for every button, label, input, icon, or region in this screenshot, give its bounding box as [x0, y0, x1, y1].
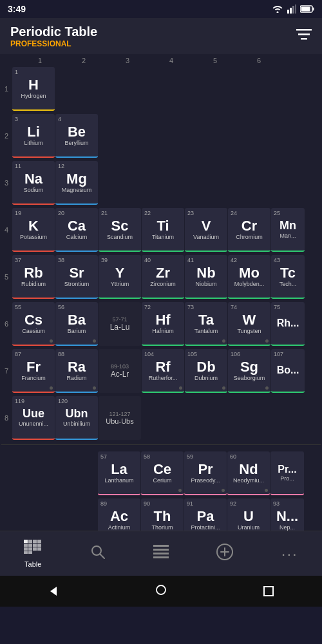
- svg-rect-24: [28, 551, 32, 554]
- element-Hf[interactable]: 72 Hf Hafnium: [142, 302, 184, 346]
- svg-rect-9: [298, 33, 310, 35]
- row-num-7: 7: [1, 367, 12, 375]
- element-Fr[interactable]: 87 Fr Francium: [12, 349, 55, 393]
- element-Cr[interactable]: 24 Cr Chromium: [228, 208, 270, 252]
- row-num-6: 6: [1, 320, 12, 328]
- element-Ca[interactable]: 20 Ca Calcium: [55, 208, 98, 252]
- svg-rect-28: [153, 549, 169, 551]
- svg-point-0: [277, 12, 279, 14]
- superactinide-range[interactable]: 121-127 Ubu-Ubs: [99, 396, 141, 440]
- svg-rect-27: [153, 545, 169, 547]
- row-num-8: 8: [1, 414, 12, 422]
- signal-icon: [287, 5, 296, 14]
- filter-button[interactable]: [296, 28, 312, 44]
- svg-rect-1: [287, 10, 289, 14]
- row-num-5: 5: [1, 273, 12, 281]
- period-row-7: 7 87 Fr Francium 88 Ra Radium 89-103 Ac-…: [1, 348, 321, 394]
- element-Li[interactable]: 3 Li Lithium: [12, 114, 55, 158]
- element-Np[interactable]: 93 N... Nep...: [270, 498, 304, 531]
- element-Ta[interactable]: 73 Ta Tantalum: [185, 302, 227, 346]
- svg-rect-10: [301, 38, 307, 40]
- element-La[interactable]: 57 La Lanthanum: [98, 451, 140, 495]
- element-K[interactable]: 19 K Potassium: [12, 208, 55, 252]
- period-row-8: 8 119 Uue Ununenni... 120 Ubn Unbinilium…: [1, 395, 321, 441]
- element-Sg[interactable]: 106 Sg Seaborgium: [228, 349, 270, 393]
- svg-rect-21: [33, 547, 37, 551]
- pt-grid: 1 1 H Hydrogen 2 3 Li Lithium 4 Be Beryl…: [0, 66, 322, 531]
- element-Pr[interactable]: 59 Pr Praseody...: [184, 451, 227, 495]
- element-Ce[interactable]: 58 Ce Cerium: [141, 451, 184, 495]
- element-Ubn[interactable]: 120 Ubn Unbinilium: [55, 396, 98, 440]
- home-button[interactable]: [148, 582, 174, 601]
- svg-rect-13: [33, 540, 37, 543]
- element-Ac[interactable]: 89 Ac Actinium: [98, 498, 140, 531]
- element-Rb[interactable]: 37 Rb Rubidium: [12, 255, 55, 299]
- period-row-1: 1 1 H Hydrogen: [1, 66, 321, 112]
- element-Mo[interactable]: 42 Mo Molybden...: [228, 255, 270, 299]
- search-svg: [90, 544, 106, 560]
- element-U[interactable]: 92 U Uranium: [227, 498, 270, 531]
- element-Rh[interactable]: 75 Rh...: [271, 302, 305, 346]
- status-icons: [272, 5, 314, 14]
- lanthanide-row: 57 La Lanthanum 58 Ce Cerium 59 Pr Prase…: [1, 450, 321, 497]
- add-icon: [216, 544, 233, 564]
- nav-table[interactable]: Table: [14, 535, 52, 573]
- nav-more[interactable]: ···: [271, 540, 308, 568]
- nav-table-label: Table: [24, 560, 41, 568]
- svg-point-35: [156, 585, 166, 594]
- element-Db[interactable]: 105 Db Dubnium: [185, 349, 227, 393]
- recents-button[interactable]: [256, 582, 281, 601]
- svg-rect-29: [153, 553, 169, 554]
- element-Ba[interactable]: 56 Ba Barium: [55, 302, 98, 346]
- search-icon: [90, 544, 106, 564]
- header-title-group: Periodic Table PROFESSIONAL: [10, 24, 97, 48]
- element-Mg[interactable]: 12 Mg Magnesium: [55, 161, 98, 205]
- element-Pa[interactable]: 91 Pa Protactini...: [184, 498, 227, 531]
- svg-rect-22: [37, 547, 41, 551]
- element-Zr[interactable]: 40 Zr Zirconium: [142, 255, 184, 299]
- lanthanide-separator: [1, 444, 321, 447]
- col-header-4: 4: [149, 57, 193, 64]
- element-Tc[interactable]: 43 Tc Tech...: [271, 255, 305, 299]
- element-V[interactable]: 23 V Vanadium: [185, 208, 227, 252]
- element-Ti[interactable]: 22 Ti Titanium: [142, 208, 184, 252]
- svg-rect-14: [37, 540, 41, 543]
- period-row-3: 3 11 Na Sodium 12 Mg Magnesium: [1, 160, 321, 206]
- element-Na[interactable]: 11 Na Sodium: [12, 161, 55, 205]
- svg-rect-12: [28, 540, 32, 543]
- element-Bh[interactable]: 107 Bo...: [271, 349, 305, 393]
- status-time: 3:49: [8, 4, 26, 14]
- element-Be[interactable]: 4 Be Beryllium: [55, 114, 98, 158]
- col-header-3: 3: [106, 57, 149, 64]
- element-Pm[interactable]: Pr... Pro...: [270, 451, 304, 495]
- svg-rect-15: [24, 544, 28, 547]
- element-H[interactable]: 1 H Hydrogen: [12, 67, 55, 111]
- element-Y[interactable]: 39 Y Yttrium: [99, 255, 141, 299]
- element-Nb[interactable]: 41 Nb Niobium: [185, 255, 227, 299]
- nav-search[interactable]: [80, 539, 116, 569]
- recents-icon: [263, 585, 274, 597]
- lanthanide-range[interactable]: 57-71 La-Lu: [99, 302, 141, 346]
- element-Mn[interactable]: 25 Mn Man...: [271, 208, 305, 252]
- element-Uue[interactable]: 119 Uue Ununenni...: [12, 396, 55, 440]
- element-Sc[interactable]: 21 Sc Scandium: [99, 208, 141, 252]
- back-button[interactable]: [41, 582, 66, 601]
- back-icon: [48, 585, 59, 597]
- element-Rf[interactable]: 104 Rf Rutherfor...: [142, 349, 184, 393]
- svg-rect-17: [33, 544, 37, 547]
- status-bar: 3:49: [0, 0, 322, 18]
- element-Nd[interactable]: 60 Nd Neodymiu...: [227, 451, 270, 495]
- actinide-range[interactable]: 89-103 Ac-Lr: [99, 349, 141, 393]
- period-row-2: 2 3 Li Lithium 4 Be Beryllium: [1, 113, 321, 159]
- element-Sr[interactable]: 38 Sr Strontium: [55, 255, 98, 299]
- svg-rect-8: [296, 29, 312, 31]
- nav-add[interactable]: [206, 538, 243, 569]
- element-Cs[interactable]: 55 Cs Caesium: [12, 302, 55, 346]
- element-Th[interactable]: 90 Th Thorium: [141, 498, 184, 531]
- element-W[interactable]: 74 W Tungsten: [228, 302, 270, 346]
- element-Ra[interactable]: 88 Ra Radium: [55, 349, 98, 393]
- svg-line-26: [100, 554, 104, 558]
- svg-rect-36: [264, 587, 273, 596]
- svg-marker-34: [50, 587, 57, 596]
- nav-list[interactable]: [143, 540, 179, 568]
